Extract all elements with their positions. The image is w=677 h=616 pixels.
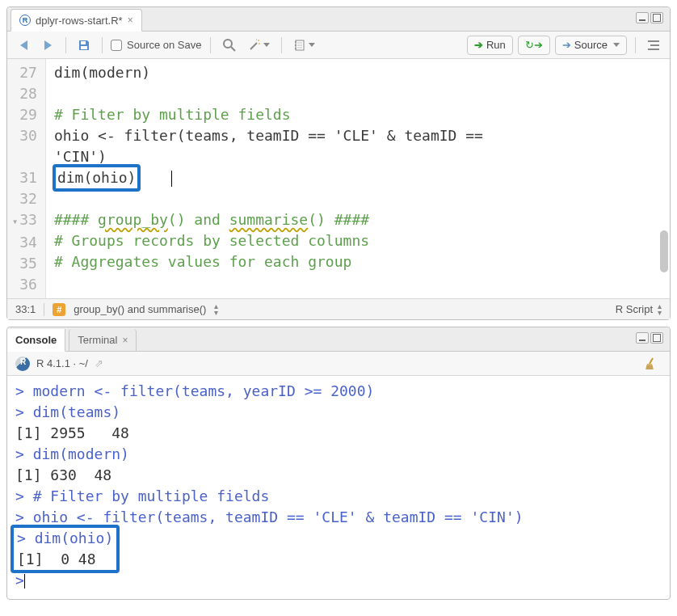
lang-stepper-icon[interactable]: ▴▾ <box>658 303 662 316</box>
rerun-button[interactable]: ↻➔ <box>518 36 550 55</box>
tab-label: dplyr-rows-start.R* <box>36 15 123 27</box>
outline-icon <box>647 40 660 51</box>
svg-line-15 <box>650 358 653 364</box>
highlighted-code-line-31: dim(ohio) <box>53 164 141 192</box>
chevron-down-icon <box>309 43 315 47</box>
code-area[interactable]: dim(modern) # Filter by multiple fields … <box>46 59 670 298</box>
code-editor[interactable]: 27 28 29 30 31 32 ▾33 34 35 36 dim(moder… <box>7 59 670 298</box>
r-version-label: R 4.1.1 · ~/ <box>36 357 88 369</box>
console-toolbar: R 4.1.1 · ~/ ⇗ <box>7 352 670 376</box>
maximize-icon[interactable] <box>650 12 663 23</box>
code-tools-button[interactable] <box>245 36 273 55</box>
svg-point-9 <box>295 41 296 43</box>
editor-toolbar: Source on Save ➔ Run ↻➔ ➔ Source <box>7 32 670 59</box>
tab-terminal[interactable]: Terminal × <box>69 329 137 352</box>
notebook-icon <box>293 39 306 52</box>
console-tab-label: Console <box>15 334 57 346</box>
source-editor-pane: R dplyr-rows-start.R* × Source on Save <box>6 6 671 320</box>
console-output[interactable]: > modern <- filter(teams, yearID >= 2000… <box>7 376 670 599</box>
svg-point-11 <box>295 48 296 49</box>
text-cursor <box>171 171 172 187</box>
pane-window-controls <box>636 332 663 344</box>
minimize-icon[interactable] <box>636 332 649 344</box>
svg-point-10 <box>295 44 296 46</box>
scrollbar-thumb[interactable] <box>660 230 668 272</box>
maximize-icon[interactable] <box>650 332 663 344</box>
svg-point-2 <box>224 40 232 48</box>
source-on-save-label: Source on Save <box>127 39 202 51</box>
compile-report-button[interactable] <box>290 36 318 55</box>
editor-status-bar: 33:1 # group_by() and summarise() ▴▾ R S… <box>7 298 670 319</box>
highlighted-console-output: > dim(ohio) [1] 0 48 <box>11 525 120 573</box>
console-pane: Console Terminal × R 4.1.1 · ~/ ⇗ > mode… <box>6 327 671 600</box>
svg-line-3 <box>231 47 235 51</box>
search-icon <box>222 38 237 53</box>
cursor-position: 33:1 <box>15 303 36 315</box>
back-button[interactable] <box>14 36 33 55</box>
r-file-icon: R <box>19 15 31 26</box>
svg-rect-0 <box>81 41 86 44</box>
console-tab-row: Console Terminal × <box>7 327 670 352</box>
clear-console-button[interactable] <box>641 354 662 373</box>
chevron-down-icon <box>263 43 270 47</box>
language-mode[interactable]: R Script <box>616 303 653 315</box>
editor-tab-row: R dplyr-rows-start.R* × <box>7 7 670 32</box>
svg-line-4 <box>250 43 257 49</box>
find-button[interactable] <box>219 36 240 55</box>
save-icon <box>78 39 90 52</box>
close-icon[interactable]: × <box>122 335 128 346</box>
terminal-tab-label: Terminal <box>78 334 117 346</box>
run-arrow-icon: ➔ <box>474 39 483 51</box>
outline-button[interactable] <box>644 36 663 55</box>
r-logo-icon <box>15 357 30 371</box>
source-on-save-checkbox[interactable] <box>111 40 122 51</box>
minimize-icon[interactable] <box>636 12 649 23</box>
broom-icon <box>644 357 658 371</box>
run-label: Run <box>486 39 506 51</box>
section-scope[interactable]: group_by() and summarise() <box>74 303 206 315</box>
console-cursor <box>24 574 25 589</box>
forward-button[interactable] <box>38 36 57 55</box>
pane-window-controls <box>636 12 663 23</box>
save-button[interactable] <box>74 36 94 55</box>
line-number-gutter: 27 28 29 30 31 32 ▾33 34 35 36 <box>7 59 46 298</box>
svg-rect-1 <box>81 46 87 49</box>
tab-console[interactable]: Console <box>7 329 65 352</box>
close-icon[interactable]: × <box>128 15 133 26</box>
popout-icon[interactable]: ⇗ <box>95 357 103 369</box>
wand-icon <box>248 39 261 52</box>
section-badge-icon: # <box>53 303 65 316</box>
source-label: Source <box>574 39 608 51</box>
run-button[interactable]: ➔ Run <box>467 36 513 55</box>
scope-stepper-icon[interactable]: ▴▾ <box>214 303 218 316</box>
source-arrow-icon: ➔ <box>562 39 571 51</box>
rerun-icon: ↻➔ <box>525 39 543 51</box>
editor-tab[interactable]: R dplyr-rows-start.R* × <box>11 9 142 32</box>
source-button[interactable]: ➔ Source <box>555 36 627 55</box>
chevron-down-icon <box>613 43 620 47</box>
